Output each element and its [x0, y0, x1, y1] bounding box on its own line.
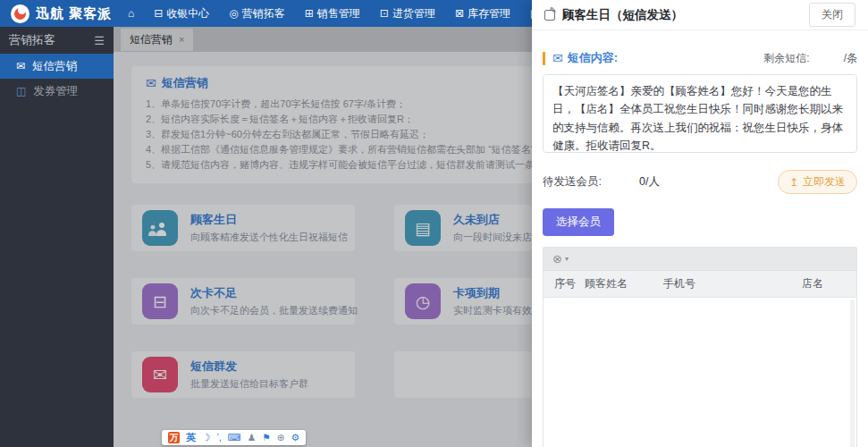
toolbox-icon[interactable]: ⊕ — [277, 433, 285, 443]
close-drawer-button[interactable]: 关闭 — [809, 3, 855, 27]
ime-logo-icon[interactable]: 万 — [168, 432, 180, 443]
nav-sales[interactable]: ⊞销售管理 — [305, 6, 360, 21]
skin-icon[interactable]: ⚑ — [262, 433, 270, 443]
table-toolbar: ⊗ ▾ — [544, 248, 856, 271]
sidebar: 营销拓客 ☰ ✉ 短信营销 ◫ 发券管理 — [0, 27, 114, 447]
section-accent-bar — [543, 52, 545, 65]
table-body-empty — [544, 298, 856, 447]
card-customer-birthday[interactable]: 顾客生日 向顾客精准发送个性化生日祝福短信 — [131, 205, 355, 251]
fullwidth-moon-icon[interactable]: ☽ — [202, 433, 210, 443]
caret-down-icon[interactable]: ▾ — [565, 255, 569, 263]
envelope-icon: ✉ — [142, 357, 178, 392]
brand-logo-icon — [11, 4, 29, 23]
drawer-title: 顾客生日（短信发送） — [562, 7, 683, 23]
nav-cashier[interactable]: ⊟收银中心 — [154, 6, 209, 21]
nav-label: 库存管理 — [468, 6, 510, 21]
cashier-icon: ⊟ — [154, 7, 163, 20]
col-header-phone: 手机号 — [663, 271, 802, 297]
select-members-button[interactable]: 选择会员 — [543, 208, 614, 236]
inventory-icon: ⊠ — [455, 7, 464, 20]
contact-book-icon: ▤ — [405, 210, 441, 246]
nav-label: 进货管理 — [392, 6, 435, 21]
collapse-menu-icon[interactable]: ☰ — [94, 34, 105, 47]
card-desc: 向次卡不足的会员，批量发送续费通知 — [190, 304, 358, 317]
page-title: 短信营销 — [162, 75, 208, 91]
brand-logo: 迅航 聚客派 — [0, 4, 119, 23]
envelope-icon: ✉ — [552, 51, 563, 65]
ime-language-bar: 万 英 ☽ ’, ⌨ ♟ ⚑ ⊕ ⚙ — [162, 430, 306, 445]
sales-icon: ⊞ — [305, 7, 314, 20]
members-table: ⊗ ▾ 序号 顾客姓名 手机号 店名 — [543, 247, 857, 447]
purchase-icon: ⊡ — [380, 7, 389, 20]
remaining-sms-unit: /条 — [844, 51, 857, 66]
nav-label: 销售管理 — [317, 6, 360, 21]
sms-content-textarea[interactable]: 【天河店签名】亲爱的【顾客姓名】您好！今天是您的生日，【店名】全体员工祝您生日快… — [543, 74, 857, 153]
nav-marketing[interactable]: ◎营销拓客 — [229, 6, 284, 21]
sidebar-title: 营销拓客 — [9, 32, 55, 48]
edit-icon — [544, 10, 555, 21]
close-tab-icon[interactable]: × — [179, 34, 184, 45]
envelope-icon: ✉ — [146, 76, 156, 90]
card-title: 次卡不足 — [190, 286, 358, 300]
tab-sms-marketing[interactable]: 短信营销 × — [121, 29, 193, 51]
envelope-icon: ✉ — [16, 60, 25, 72]
nav-purchase[interactable]: ⊡进货管理 — [380, 6, 435, 21]
user-account-icon[interactable]: ♟ — [248, 433, 256, 443]
english-mode-icon[interactable]: 英 — [186, 433, 196, 443]
people-group-icon — [142, 210, 178, 246]
remaining-sms-label: 剩余短信: — [763, 51, 809, 66]
sms-content-label: 短信内容: — [568, 50, 618, 66]
sidebar-item-coupon-management[interactable]: ◫ 发券管理 — [0, 79, 114, 104]
soft-keyboard-icon[interactable]: ⌨ — [228, 433, 241, 443]
wallet-icon: ⊟ — [142, 283, 178, 319]
upload-icon: ↥ — [789, 176, 798, 189]
remaining-sms: 剩余短信: /条 — [763, 51, 857, 66]
send-now-label: 立即发送 — [803, 174, 846, 190]
nav-label: 营销拓客 — [242, 6, 285, 21]
card-desc: 向顾客精准发送个性化生日祝福短信 — [190, 231, 348, 244]
card-desc: 批量发送短信给目标客户群 — [190, 377, 308, 391]
send-now-button[interactable]: ↥ 立即发送 — [778, 170, 857, 194]
col-header-index: 序号 — [544, 271, 585, 297]
col-header-customer-name: 顾客姓名 — [585, 271, 663, 297]
pending-members-value: 0/人 — [639, 174, 660, 190]
card-card-balance-low[interactable]: ⊟ 次卡不足 向次卡不足的会员，批量发送续费通知 — [131, 278, 355, 325]
punctuation-icon[interactable]: ’, — [216, 433, 221, 443]
card-sms-bulk-send[interactable]: ✉ 短信群发 批量发送短信给目标客户群 — [131, 351, 355, 398]
nav-label: 收银中心 — [166, 6, 209, 21]
brand-name: 迅航 聚客派 — [36, 5, 112, 22]
settings-gear-icon[interactable]: ⚙ — [291, 433, 299, 443]
drawer-body: ✉ 短信内容: 剩余短信: /条 【天河店签名】亲爱的【顾客姓名】您好！今天是您… — [532, 30, 868, 447]
tab-label: 短信营销 — [130, 32, 173, 47]
table-scrollbar[interactable] — [850, 299, 855, 447]
clear-filter-icon[interactable]: ⊗ — [552, 252, 562, 266]
sidebar-item-label: 发券管理 — [33, 84, 78, 99]
sidebar-item-label: 短信营销 — [32, 59, 77, 74]
home-icon: ⌂ — [128, 7, 134, 20]
nav-inventory[interactable]: ⊠库存管理 — [455, 6, 510, 21]
coupon-icon: ◫ — [16, 85, 26, 97]
col-header-store: 店名 — [802, 271, 856, 297]
card-title: 顾客生日 — [190, 213, 348, 227]
card-title: 短信群发 — [190, 359, 308, 374]
pending-members-label: 待发送会员: — [543, 174, 602, 190]
app-window: 迅航 聚客派 ⌂ ⊟收银中心 ◎营销拓客 ⊞销售管理 ⊡进货管理 ⊠库存管理 ▦… — [0, 0, 868, 447]
drawer-header: 顾客生日（短信发送） 关闭 — [532, 0, 868, 30]
clock-icon: ◷ — [405, 283, 441, 319]
marketing-icon: ◎ — [229, 7, 238, 20]
nav-home[interactable]: ⌂ — [128, 7, 134, 20]
table-header-row: 序号 顾客姓名 手机号 店名 — [544, 271, 856, 298]
birthday-sms-drawer: 顾客生日（短信发送） 关闭 ✉ 短信内容: 剩余短信: /条 【天河店签名】亲爱… — [532, 0, 868, 447]
sidebar-item-sms-marketing[interactable]: ✉ 短信营销 — [0, 54, 114, 79]
